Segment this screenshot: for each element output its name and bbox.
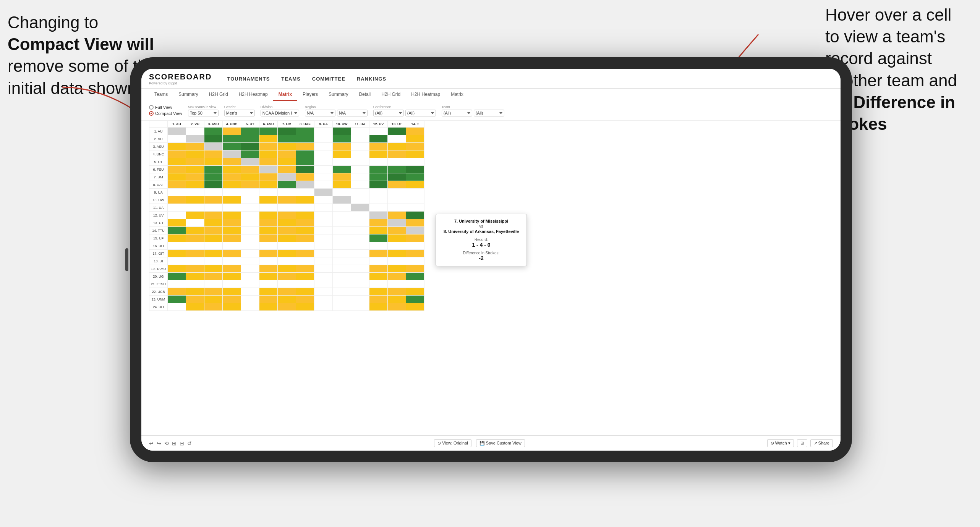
matrix-cell[interactable] xyxy=(351,158,369,166)
matrix-cell[interactable] xyxy=(223,250,241,257)
matrix-cell[interactable] xyxy=(296,128,314,135)
matrix-cell[interactable] xyxy=(406,196,424,204)
matrix-cell[interactable] xyxy=(223,265,241,273)
matrix-cell[interactable] xyxy=(388,166,406,173)
matrix-cell[interactable] xyxy=(406,143,424,150)
matrix-cell[interactable] xyxy=(314,227,333,234)
matrix-cell[interactable] xyxy=(186,128,204,135)
matrix-cell[interactable] xyxy=(278,257,296,265)
matrix-cell[interactable] xyxy=(406,173,424,181)
matrix-cell[interactable] xyxy=(406,265,424,273)
matrix-cell[interactable] xyxy=(223,166,241,173)
matrix-cell[interactable] xyxy=(223,296,241,303)
matrix-cell[interactable] xyxy=(369,143,388,150)
matrix-cell[interactable] xyxy=(259,280,278,288)
matrix-cell[interactable] xyxy=(333,204,351,212)
matrix-cell[interactable] xyxy=(314,135,333,143)
matrix-cell[interactable] xyxy=(333,181,351,189)
matrix-cell[interactable] xyxy=(314,158,333,166)
matrix-cell[interactable] xyxy=(204,242,223,250)
matrix-cell[interactable] xyxy=(278,189,296,196)
region-select1[interactable]: N/A xyxy=(305,110,335,116)
matrix-cell[interactable] xyxy=(186,296,204,303)
redo-icon[interactable]: ↪ xyxy=(157,440,161,446)
matrix-cell[interactable] xyxy=(168,242,186,250)
matrix-cell[interactable] xyxy=(223,196,241,204)
matrix-cell[interactable] xyxy=(314,166,333,173)
view-original-btn[interactable]: ⊙ View: Original xyxy=(434,439,471,447)
nav-committee[interactable]: COMMITTEE xyxy=(312,74,345,83)
matrix-cell[interactable] xyxy=(186,234,204,242)
matrix-cell[interactable] xyxy=(369,280,388,288)
matrix-cell[interactable] xyxy=(259,234,278,242)
matrix-cell[interactable] xyxy=(259,288,278,296)
matrix-cell[interactable] xyxy=(223,242,241,250)
matrix-cell[interactable] xyxy=(351,143,369,150)
matrix-cell[interactable] xyxy=(406,288,424,296)
matrix-cell[interactable] xyxy=(314,143,333,150)
max-teams-select[interactable]: Top 50 xyxy=(188,110,219,116)
matrix-cell[interactable] xyxy=(278,212,296,219)
matrix-cell[interactable] xyxy=(168,280,186,288)
matrix-cell[interactable] xyxy=(241,234,259,242)
matrix-cell[interactable] xyxy=(296,303,314,311)
matrix-cell[interactable] xyxy=(314,242,333,250)
matrix-cell[interactable] xyxy=(204,265,223,273)
matrix-cell[interactable] xyxy=(351,173,369,181)
matrix-cell[interactable] xyxy=(168,166,186,173)
matrix-cell[interactable] xyxy=(314,212,333,219)
matrix-cell[interactable] xyxy=(296,181,314,189)
matrix-cell[interactable] xyxy=(241,265,259,273)
matrix-cell[interactable] xyxy=(388,158,406,166)
matrix-cell[interactable] xyxy=(369,303,388,311)
matrix-cell[interactable] xyxy=(406,296,424,303)
matrix-cell[interactable] xyxy=(241,135,259,143)
matrix-cell[interactable] xyxy=(388,227,406,234)
matrix-cell[interactable] xyxy=(333,280,351,288)
matrix-cell[interactable] xyxy=(186,158,204,166)
matrix-cell[interactable] xyxy=(406,204,424,212)
matrix-cell[interactable] xyxy=(333,227,351,234)
matrix-cell[interactable] xyxy=(351,288,369,296)
matrix-cell[interactable] xyxy=(186,166,204,173)
matrix-cell[interactable] xyxy=(314,189,333,196)
matrix-cell[interactable] xyxy=(259,219,278,227)
zoom-out-icon[interactable]: ⊟ xyxy=(180,440,184,446)
matrix-cell[interactable] xyxy=(259,189,278,196)
matrix-cell[interactable] xyxy=(223,219,241,227)
matrix-cell[interactable] xyxy=(186,257,204,265)
nav-teams[interactable]: TEAMS xyxy=(281,74,301,83)
matrix-cell[interactable] xyxy=(351,265,369,273)
matrix-cell[interactable] xyxy=(369,166,388,173)
matrix-cell[interactable] xyxy=(296,288,314,296)
matrix-cell[interactable] xyxy=(333,296,351,303)
matrix-cell[interactable] xyxy=(278,296,296,303)
matrix-cell[interactable] xyxy=(388,250,406,257)
matrix-cell[interactable] xyxy=(259,212,278,219)
matrix-cell[interactable] xyxy=(296,150,314,158)
matrix-cell[interactable] xyxy=(333,143,351,150)
matrix-cell[interactable] xyxy=(204,296,223,303)
division-select[interactable]: NCAA Division I xyxy=(261,110,299,116)
matrix-cell[interactable] xyxy=(369,212,388,219)
matrix-cell[interactable] xyxy=(259,296,278,303)
matrix-cell[interactable] xyxy=(296,189,314,196)
matrix-cell[interactable] xyxy=(259,150,278,158)
matrix-cell[interactable] xyxy=(204,280,223,288)
matrix-cell[interactable] xyxy=(223,280,241,288)
matrix-cell[interactable] xyxy=(186,227,204,234)
matrix-cell[interactable] xyxy=(241,273,259,280)
matrix-cell[interactable] xyxy=(406,135,424,143)
matrix-cell[interactable] xyxy=(333,158,351,166)
matrix-cell[interactable] xyxy=(333,273,351,280)
matrix-cell[interactable] xyxy=(204,143,223,150)
expand-btn[interactable]: ⊞ xyxy=(797,439,807,447)
matrix-cell[interactable] xyxy=(296,280,314,288)
matrix-cell[interactable] xyxy=(241,227,259,234)
matrix-cell[interactable] xyxy=(259,143,278,150)
matrix-cell[interactable] xyxy=(168,143,186,150)
matrix-cell[interactable] xyxy=(241,196,259,204)
matrix-cell[interactable] xyxy=(259,257,278,265)
matrix-cell[interactable] xyxy=(314,128,333,135)
matrix-cell[interactable] xyxy=(333,212,351,219)
